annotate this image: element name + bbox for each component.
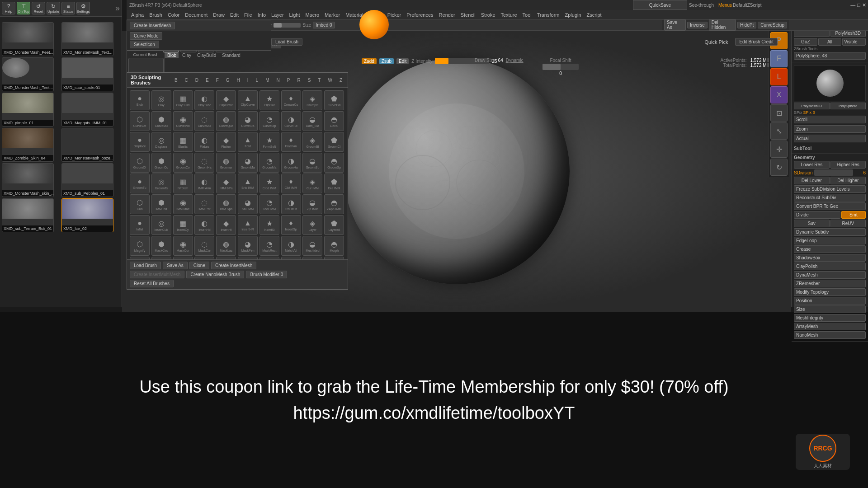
save-as-button[interactable]: Save As xyxy=(664,19,686,31)
brush-inflat-60[interactable]: ●Inflat xyxy=(130,215,150,235)
menu-brush[interactable]: Brush xyxy=(146,11,165,19)
menu-document[interactable]: Document xyxy=(182,11,210,19)
menu-info[interactable]: Info xyxy=(255,11,269,19)
actual-button[interactable]: Actual xyxy=(794,135,866,142)
brush-groombl-28[interactable]: ◈GroomBl xyxy=(302,132,322,152)
menu-macro[interactable]: Macro xyxy=(302,11,322,19)
brush-thumb-9[interactable]: XMD_MonsterMash_skin_... xyxy=(2,163,54,197)
visible-button[interactable]: Visible xyxy=(842,38,866,46)
reconstruct-button[interactable]: Reconstruct SubDiv xyxy=(794,194,866,202)
brush-flatten-24[interactable]: ◆Flatten xyxy=(216,132,236,152)
create-insert-mesh-button[interactable]: Create InsertMesh xyxy=(130,22,175,29)
floor-button[interactable]: F xyxy=(770,50,788,67)
brush-groomtu-40[interactable]: ●GroomTu xyxy=(130,174,150,193)
brush-clod-imm-46[interactable]: ★Clod IMM xyxy=(259,174,279,193)
letter-t[interactable]: T xyxy=(316,77,322,83)
letter-z[interactable]: Z xyxy=(338,77,344,83)
letter-c[interactable]: C xyxy=(183,77,190,83)
letter-b[interactable]: B xyxy=(173,77,179,83)
freeze-subdiv-button[interactable]: Freeze SubDivision Levels xyxy=(794,185,866,193)
brush-clipcircle-4[interactable]: ◆ClipCircle xyxy=(216,90,236,110)
local-button[interactable]: L xyxy=(770,68,788,85)
brush-trai-imm-57[interactable]: ◑Trai IMM xyxy=(281,194,301,214)
polysphere-icon-button[interactable]: PolySphere xyxy=(830,103,866,109)
zadd-button[interactable]: Zadd xyxy=(362,58,377,64)
brush-curvemul-13[interactable]: ◌CurveMul xyxy=(194,111,214,131)
brush-maskcirc-71[interactable]: ⬢MaskCirc xyxy=(151,236,171,256)
brush-pinch-89[interactable]: ⬟Pinch xyxy=(324,257,344,259)
bp-brush-modifier-button[interactable]: Brush Modifier 0 xyxy=(246,271,287,278)
brush-type-clay[interactable]: Clay xyxy=(180,52,193,58)
brush-groomma-35[interactable]: ◕GroomMa xyxy=(238,153,258,173)
brush-groomol-30[interactable]: ⬡GroomOl xyxy=(130,153,150,173)
menu-transform[interactable]: Transform xyxy=(534,11,562,19)
brush-maskpen-75[interactable]: ◕MaskPen xyxy=(238,236,258,256)
brush-thumb-1[interactable]: XMD_MonsterMash_Feet... xyxy=(2,22,54,56)
expand-sidebar-button[interactable]: » xyxy=(115,4,120,13)
brush-move-80[interactable]: ●Move xyxy=(130,257,150,259)
brush-matchall-77[interactable]: ◑MatchAll xyxy=(281,236,301,256)
maximize-button[interactable]: □ xyxy=(857,2,860,8)
menu-file[interactable]: File xyxy=(241,11,255,19)
edit-brush-credit-button[interactable]: Edit Brush Credit xyxy=(735,38,778,46)
brush-hpolish-42[interactable]: ▦hPolish xyxy=(173,174,193,193)
menu-marker[interactable]: Marker xyxy=(322,11,343,19)
bp-create-insert-button[interactable]: Create InsertMesh xyxy=(211,262,256,269)
brush-clay-1[interactable]: ◎Clay xyxy=(151,90,171,110)
brush-layer-68[interactable]: ◈Layer xyxy=(302,215,322,235)
size-button[interactable]: Size xyxy=(794,305,866,313)
update-button[interactable]: ↻ Update xyxy=(47,2,60,14)
letter-n[interactable]: N xyxy=(275,77,282,83)
brush-formsoft-26[interactable]: ★FormSoft xyxy=(259,132,279,152)
bp-load-brush-button[interactable]: Load Brush xyxy=(130,262,161,269)
menu-stroke[interactable]: Stroke xyxy=(478,11,498,19)
brush-thumb-10[interactable]: XMD_sub_Pebbles_01 xyxy=(61,163,113,197)
brush-curvesta-15[interactable]: ◕CurveSta xyxy=(238,111,258,131)
zremesher-button[interactable]: ZRemesher xyxy=(794,280,866,287)
brush-noise-85[interactable]: ▲Noise xyxy=(238,257,258,259)
brush-curveedi-9[interactable]: ⬟CurveEdi xyxy=(324,90,344,110)
brush-inserthl-64[interactable]: ◆InsertHl xyxy=(216,215,236,235)
reuv-button[interactable]: ReUV xyxy=(830,220,866,227)
brush-imm-bpa-44[interactable]: ◆IMM BPa xyxy=(216,174,236,193)
polymesh3d-button[interactable]: PolyMesh3D xyxy=(794,103,830,109)
brush-groomcl-29[interactable]: ⬟GroomCl xyxy=(324,132,344,152)
del-hidden-button[interactable]: Del Hidden xyxy=(709,19,736,31)
brush-flakes-23[interactable]: ◐Flakes xyxy=(194,132,214,152)
close-button[interactable]: ✕ xyxy=(862,2,866,8)
brush-thumb-6[interactable]: XMD_Maggots_IMM_01 xyxy=(61,93,113,127)
sdiv-slider[interactable] xyxy=(814,169,853,176)
brush-bric-imm-45[interactable]: ▲Bric IMM xyxy=(238,174,258,193)
letter-h[interactable]: H xyxy=(235,77,242,83)
brush-elastic-22[interactable]: ▦Elastic xyxy=(173,132,193,152)
brush-groomha-37[interactable]: ◑GroomHa xyxy=(281,153,301,173)
menu-layer[interactable]: Layer xyxy=(269,11,287,19)
shadowbox-button[interactable]: ShadowBox xyxy=(794,254,866,262)
brush-type-blob[interactable]: Blob xyxy=(165,52,179,58)
bp-create-nanomesh-button[interactable]: Create NanoMesh Brush xyxy=(186,271,244,278)
edgeloop-button[interactable]: EdgeLoop xyxy=(794,237,866,244)
quicksave-button[interactable]: QuickSave xyxy=(633,0,687,10)
load-brush-quick-button[interactable]: Load Brush xyxy=(271,38,302,46)
brush-movecur-84[interactable]: ◆MoveCur xyxy=(216,257,236,259)
brush-dam_sta-18[interactable]: ◒Dam_Sta xyxy=(302,111,322,131)
brush-thumb-2[interactable]: XMD_MonsterMash_Text... xyxy=(61,22,113,56)
bp-reset-all-button[interactable]: Reset All Brushes xyxy=(130,280,174,287)
brush-claytube-3[interactable]: ◐ClayTube xyxy=(194,90,214,110)
dynamic-subdiv-button[interactable]: Dynamic Subdiv xyxy=(794,228,866,236)
brush-type-claybuild[interactable]: ClayBuild xyxy=(195,52,218,58)
brush-groomts-41[interactable]: ◎GroomTs xyxy=(151,174,171,193)
brush-claybuild-2[interactable]: ▦ClayBuild xyxy=(173,90,193,110)
zoom-button[interactable]: Zoom xyxy=(794,125,866,133)
brush-groomer-34[interactable]: ◍Groomer xyxy=(216,153,236,173)
menu-tool[interactable]: Tool xyxy=(520,11,534,19)
brush-morph-79[interactable]: ◓Morph xyxy=(324,236,344,256)
max-bend-slider[interactable] xyxy=(274,23,301,28)
brush-magnify-70[interactable]: ⬡Magnify xyxy=(130,236,150,256)
brush-thumb-3[interactable]: XMD_MonsterMash_Teet... xyxy=(2,57,54,91)
menu-light[interactable]: Light xyxy=(287,11,303,19)
curve-mode-button[interactable]: Curve Mode xyxy=(130,32,162,40)
brush-groomsp-38[interactable]: ◒GroomSp xyxy=(302,153,322,173)
brush-type-standard[interactable]: Standard xyxy=(220,52,243,58)
ontop-button[interactable]: ⊤ On Top xyxy=(17,2,30,14)
